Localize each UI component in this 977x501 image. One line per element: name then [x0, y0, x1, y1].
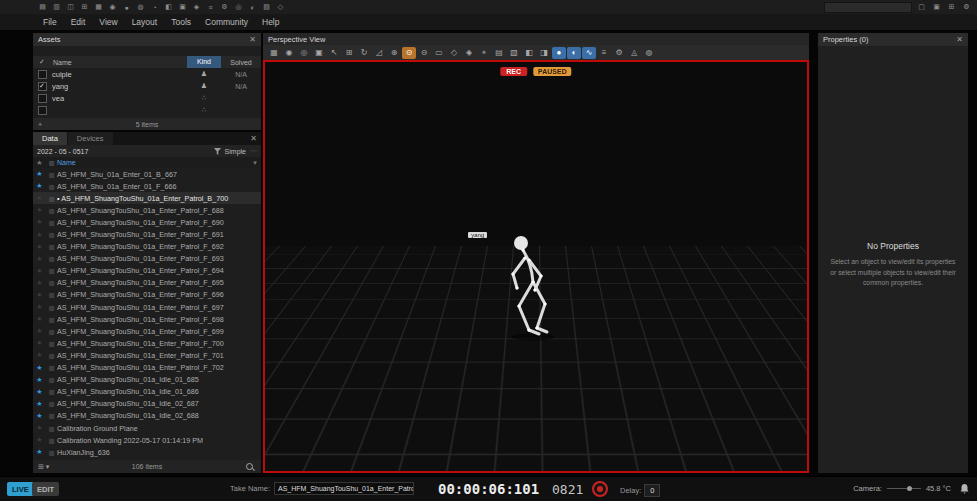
select-tool-icon[interactable]: ↖: [327, 47, 341, 59]
favorite-star-icon[interactable]: [33, 388, 46, 396]
take-row[interactable]: AS_HFM_ShuangTouShu_01a_Enter_Patrol_F_6…: [33, 253, 261, 265]
take-row[interactable]: Calibration Wanding 2022-05-17 01:14:19 …: [33, 434, 261, 446]
layout-icon[interactable]: ⊞: [78, 1, 91, 13]
favorite-star-icon[interactable]: [33, 303, 46, 311]
trails-toggle-icon[interactable]: ∿: [582, 47, 596, 59]
menu-layout[interactable]: Layout: [125, 17, 165, 27]
take-row[interactable]: AS_HFM_ShuangTouShu_01a_Enter_Patrol_F_6…: [33, 277, 261, 289]
take-row[interactable]: AS_HFM_ShuangTouShu_01a_Enter_Patrol_F_6…: [33, 325, 261, 337]
translate-tool-icon[interactable]: ⊞: [342, 47, 356, 59]
layout-a-icon[interactable]: ▢: [915, 1, 928, 13]
asset-row[interactable]: ∴: [33, 104, 261, 116]
close-icon[interactable]: ✕: [956, 36, 963, 44]
filter-funnel-icon[interactable]: [214, 148, 221, 155]
sort-caret-icon[interactable]: ▾: [249, 159, 261, 167]
zoom-out-icon[interactable]: ⊖: [417, 47, 431, 59]
record-button[interactable]: [592, 481, 608, 497]
take-row[interactable]: AS_HFM_ShuangTouShu_01a_Idle_01_685: [33, 374, 261, 386]
display-icon[interactable]: ◐: [246, 1, 259, 13]
zoom-in-icon[interactable]: ⊕: [387, 47, 401, 59]
marker-display-icon[interactable]: ◇: [447, 47, 461, 59]
scale-tool-icon[interactable]: ◿: [372, 47, 386, 59]
menu-tools[interactable]: Tools: [164, 17, 198, 27]
take-row[interactable]: HuXianJing_636: [33, 446, 261, 458]
favorite-star-icon[interactable]: [33, 339, 46, 347]
file-new-icon[interactable]: ▤: [36, 1, 49, 13]
favorite-star-icon[interactable]: [33, 231, 46, 239]
favorite-star-icon[interactable]: [33, 170, 46, 178]
favorite-star-icon[interactable]: [33, 255, 46, 263]
take-row[interactable]: AS_HFM_ShuangTouShu_01a_Enter_Patrol_F_6…: [33, 204, 261, 216]
viewport-icon[interactable]: ▣: [176, 1, 189, 13]
clock-icon[interactable]: ◔: [148, 1, 161, 13]
asset-checkbox[interactable]: [38, 94, 47, 103]
take-row[interactable]: AS_HFM_Shu_01a_Enter_01_F_666: [33, 180, 261, 192]
grid-view-icon[interactable]: ▦: [267, 47, 281, 59]
add-asset-button[interactable]: +: [38, 121, 42, 128]
take-row[interactable]: AS_HFM_ShuangTouShu_01a_Idle_02_688: [33, 410, 261, 422]
favorite-star-icon[interactable]: [33, 400, 46, 408]
capture-volume-icon[interactable]: ⊙: [402, 47, 416, 59]
take-row[interactable]: Calibration Ground Plane: [33, 422, 261, 434]
calibration-icon[interactable]: ◍: [134, 1, 147, 13]
menu-edit[interactable]: Edit: [64, 17, 93, 27]
frame-selection-icon[interactable]: ▭: [432, 47, 446, 59]
asset-checkbox[interactable]: [38, 82, 47, 91]
take-row[interactable]: AS_HFM_ShuangTouShu_01a_Enter_Patrol_F_6…: [33, 289, 261, 301]
take-row[interactable]: AS_HFM_ShuangTouShu_01a_Enter_Patrol_F_7…: [33, 337, 261, 349]
take-type-column-icon[interactable]: ▥: [46, 159, 57, 166]
favorite-star-icon[interactable]: [33, 206, 46, 214]
favorite-star-icon[interactable]: [33, 315, 46, 323]
asset-row[interactable]: cuiple ♟ N/A: [33, 68, 261, 80]
tab-data[interactable]: Data: [33, 132, 67, 145]
favorite-star-icon[interactable]: [33, 279, 46, 287]
take-name-input[interactable]: AS_HFM_ShuangTouShu_01a_Enter_Patrol_B_7…: [274, 482, 414, 495]
favorite-star-icon[interactable]: [33, 436, 46, 444]
favorite-star-icon[interactable]: [33, 194, 46, 202]
search-icon[interactable]: [246, 463, 253, 470]
rigidbody-display-icon[interactable]: ◈: [462, 47, 476, 59]
save-icon[interactable]: ◫: [64, 1, 77, 13]
settings-icon[interactable]: ⚙: [218, 1, 231, 13]
menu-community[interactable]: Community: [198, 17, 255, 27]
favorite-star-icon[interactable]: [33, 243, 46, 251]
take-row[interactable]: AS_HFM_ShuangTouShu_01a_Idle_01_686: [33, 386, 261, 398]
close-icon[interactable]: ✕: [249, 36, 256, 44]
favorite-star-icon[interactable]: [33, 351, 46, 359]
favorite-star-icon[interactable]: [33, 291, 46, 299]
take-row[interactable]: AS_HFM_Shu_01a_Enter_01_B_667: [33, 168, 261, 180]
notifications-bell-icon[interactable]: [960, 484, 969, 494]
take-row[interactable]: AS_HFM_ShuangTouShu_01a_Idle_02_687: [33, 398, 261, 410]
more-options-icon[interactable]: ⋯: [250, 147, 257, 155]
viewport-titlebar[interactable]: Perspective View: [263, 33, 809, 45]
asset-checkbox[interactable]: [38, 70, 47, 79]
live-mode-button[interactable]: LIVE: [7, 482, 34, 496]
take-row[interactable]: AS_HFM_ShuangTouShu_01a_Enter_Patrol_F_6…: [33, 216, 261, 228]
camera-slider[interactable]: [887, 488, 921, 489]
favorite-star-icon[interactable]: [33, 448, 46, 456]
session-name[interactable]: 2022 - 05 - 0517: [37, 148, 88, 155]
layout-grid-icon[interactable]: ⊞: [945, 1, 958, 13]
layers-icon[interactable]: ▤: [492, 47, 506, 59]
menu-help[interactable]: Help: [255, 17, 286, 27]
asset-checkbox[interactable]: [38, 106, 47, 115]
list-icon[interactable]: ≡: [204, 1, 217, 13]
skeleton-actor[interactable]: [487, 230, 567, 345]
rotate-tool-icon[interactable]: ↻: [357, 47, 371, 59]
take-row[interactable]: AS_HFM_ShuangTouShu_01a_Enter_Patrol_F_6…: [33, 265, 261, 277]
favorite-star-icon[interactable]: [33, 364, 46, 372]
take-row[interactable]: AS_HFM_ShuangTouShu_01a_Enter_Patrol_F_6…: [33, 228, 261, 240]
mesh-icon[interactable]: ▧: [260, 1, 273, 13]
grid-icon[interactable]: ▦: [92, 1, 105, 13]
target-icon[interactable]: ◎: [232, 1, 245, 13]
extra-tool-icon[interactable]: ◬: [627, 47, 641, 59]
slider-handle[interactable]: [907, 486, 912, 491]
mesh-display-icon[interactable]: ▧: [507, 47, 521, 59]
favorite-star-icon[interactable]: [33, 182, 46, 190]
take-row[interactable]: AS_HFM_ShuangTouShu_01a_Enter_Patrol_F_6…: [33, 301, 261, 313]
split-view-icon[interactable]: ◧: [162, 1, 175, 13]
column-check[interactable]: ✓: [33, 58, 51, 66]
menu-file[interactable]: File: [36, 17, 64, 27]
view-settings-icon[interactable]: ⚙: [612, 47, 626, 59]
rigidbody-icon[interactable]: ◈: [190, 1, 203, 13]
